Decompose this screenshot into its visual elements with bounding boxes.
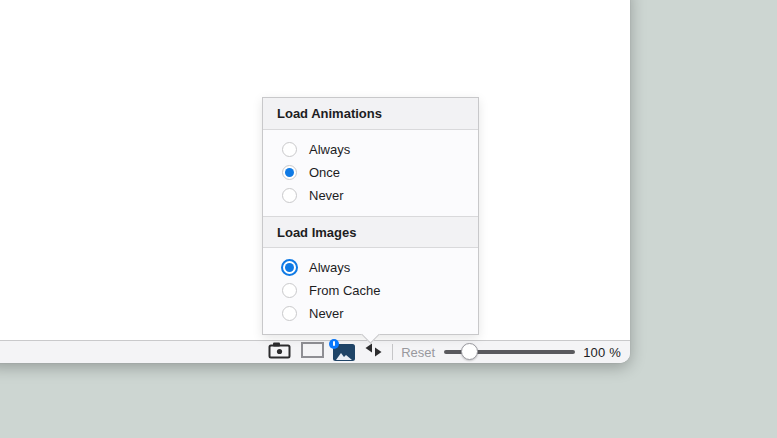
- radio-option-animations-always[interactable]: Always: [263, 138, 478, 161]
- status-toolbar: Reset 100 %: [0, 340, 630, 363]
- zoom-percentage: 100 %: [583, 345, 621, 360]
- load-settings-popover: Load Animations Always Once Never Load I…: [262, 97, 479, 335]
- images-icon: [333, 344, 355, 361]
- zoom-slider[interactable]: [444, 344, 575, 360]
- radio-option-images-never[interactable]: Never: [263, 302, 478, 325]
- frame-button[interactable]: [301, 341, 324, 363]
- code-button[interactable]: [364, 341, 383, 363]
- section-title-load-animations: Load Animations: [263, 98, 478, 130]
- radio-label: Always: [309, 260, 350, 275]
- load-images-options: Always From Cache Never: [263, 248, 478, 334]
- radio-icon-selected-focused[interactable]: [281, 259, 298, 276]
- camera-icon: [268, 342, 291, 363]
- radio-icon-selected[interactable]: [282, 165, 297, 180]
- radio-icon[interactable]: [282, 142, 297, 157]
- screenshot-button[interactable]: [268, 341, 291, 363]
- radio-icon[interactable]: [282, 283, 297, 298]
- section-title-load-images: Load Images: [263, 216, 478, 248]
- toolbar-divider: [392, 344, 393, 360]
- radio-label: Always: [309, 142, 350, 157]
- radio-option-images-from-cache[interactable]: From Cache: [263, 279, 478, 302]
- load-animations-options: Always Once Never: [263, 130, 478, 216]
- radio-option-animations-never[interactable]: Never: [263, 184, 478, 207]
- reset-button[interactable]: Reset: [401, 345, 435, 360]
- radio-icon[interactable]: [282, 306, 297, 321]
- radio-label: From Cache: [309, 283, 381, 298]
- radio-option-animations-once[interactable]: Once: [263, 161, 478, 184]
- code-icon: [364, 343, 383, 361]
- load-images-button[interactable]: [333, 341, 355, 363]
- zoom-slider-handle[interactable]: [461, 343, 478, 360]
- radio-label: Never: [309, 188, 344, 203]
- radio-label: Never: [309, 306, 344, 321]
- radio-option-images-always[interactable]: Always: [263, 256, 478, 279]
- frame-icon: [301, 342, 324, 362]
- radio-label: Once: [309, 165, 340, 180]
- radio-icon[interactable]: [282, 188, 297, 203]
- badge-icon: [329, 339, 339, 349]
